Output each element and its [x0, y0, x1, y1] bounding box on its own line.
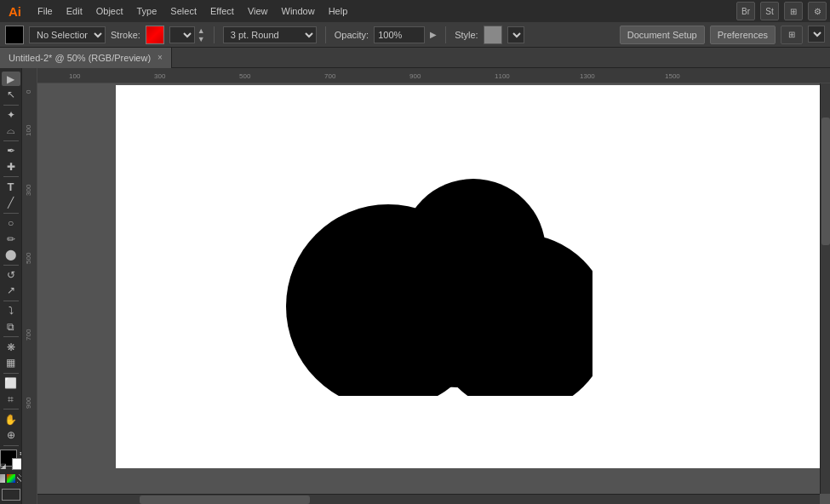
- pen-tool[interactable]: ✒: [2, 144, 20, 158]
- bottom-artboard-icon[interactable]: [2, 489, 20, 501]
- menu-select[interactable]: Select: [164, 4, 203, 18]
- menu-type[interactable]: Type: [131, 4, 163, 18]
- direct-selection-tool[interactable]: ↖: [2, 87, 20, 101]
- scrollbar-thumb-h[interactable]: [140, 495, 310, 504]
- fill-color-swatch[interactable]: [5, 26, 24, 44]
- zoom-tool[interactable]: ⊕: [2, 427, 20, 442]
- tab-title: Untitled-2* @ 50% (RGB/Preview): [9, 53, 151, 63]
- ellipse-tool[interactable]: ○: [2, 216, 20, 231]
- tab-close-button[interactable]: ×: [157, 53, 163, 62]
- svg-rect-0: [22, 68, 830, 83]
- style-select[interactable]: [507, 26, 524, 43]
- scrollbar-thumb-v[interactable]: [821, 117, 830, 245]
- divider-1: [214, 26, 215, 43]
- style-swatch[interactable]: [484, 26, 502, 44]
- rotate-tool[interactable]: ↺: [2, 267, 20, 282]
- divider-2: [325, 26, 326, 43]
- gradient-icon[interactable]: [7, 474, 15, 483]
- svg-text:900: 900: [409, 72, 421, 80]
- divider-3: [445, 26, 446, 43]
- canvas-area: 0 100 300 500 700 900 1100 1300 1500 0 1…: [22, 68, 830, 504]
- paintbrush-tool[interactable]: ✏: [2, 232, 20, 246]
- sync-icon-btn[interactable]: ⚙: [808, 2, 827, 20]
- tool-divider-7: [3, 336, 19, 337]
- svg-text:300: 300: [25, 184, 32, 196]
- type-tool[interactable]: T: [2, 180, 20, 194]
- ruler-left: 0 100 300 500 700 900: [22, 68, 37, 504]
- menu-edit[interactable]: Edit: [60, 4, 89, 18]
- selection-tool[interactable]: ▶: [2, 72, 20, 86]
- svg-text:500: 500: [239, 72, 251, 80]
- action-buttons: Document Setup Preferences ⊞: [620, 26, 825, 44]
- add-anchor-tool[interactable]: ✚: [2, 159, 20, 174]
- tool-divider-2: [3, 140, 19, 141]
- background-color[interactable]: [12, 458, 22, 470]
- color-swatches: ⇄ ◪: [0, 450, 22, 470]
- lasso-tool[interactable]: ⌓: [2, 123, 20, 138]
- warp-tool[interactable]: ⤵: [2, 304, 20, 318]
- tool-divider-6: [3, 301, 19, 301]
- menu-object[interactable]: Object: [90, 4, 129, 18]
- preferences-button[interactable]: Preferences: [710, 26, 776, 44]
- svg-text:100: 100: [25, 124, 32, 136]
- bridge-icon-btn[interactable]: Br: [736, 2, 755, 20]
- tool-divider-9: [3, 409, 19, 410]
- artboard-frame-icon[interactable]: [2, 489, 20, 501]
- style-label: Style:: [455, 30, 478, 40]
- symbol-sprayer-tool[interactable]: ❋: [2, 340, 20, 354]
- selection-dropdown[interactable]: No Selection: [29, 26, 106, 43]
- top-right-icons: Br St ⊞ ⚙: [736, 2, 827, 20]
- menu-window[interactable]: Window: [276, 4, 321, 18]
- magic-wand-tool[interactable]: ✦: [2, 107, 20, 122]
- hand-tool[interactable]: ✋: [2, 412, 20, 427]
- menu-file[interactable]: File: [31, 4, 59, 18]
- blob-brush-tool[interactable]: ⬤: [2, 247, 20, 261]
- solid-color-icon[interactable]: [0, 474, 5, 483]
- workspace-icon-btn[interactable]: ⊞: [784, 2, 803, 20]
- slice-tool[interactable]: ⌗: [2, 392, 20, 406]
- tool-divider-1: [3, 105, 19, 106]
- line-tool[interactable]: ╱: [2, 196, 20, 210]
- stroke-label: Stroke:: [111, 30, 140, 40]
- svg-text:700: 700: [324, 72, 336, 80]
- stroke-spinner[interactable]: ▲▼: [197, 26, 205, 43]
- opacity-input[interactable]: [374, 26, 425, 43]
- menu-effect[interactable]: Effect: [204, 4, 240, 18]
- svg-text:1500: 1500: [665, 72, 680, 80]
- svg-text:500: 500: [25, 252, 32, 264]
- blob-artwork: [278, 166, 592, 396]
- menu-help[interactable]: Help: [323, 4, 354, 18]
- svg-text:300: 300: [154, 72, 166, 80]
- tab-bar: Untitled-2* @ 50% (RGB/Preview) ×: [0, 48, 830, 68]
- ruler-top: 0 100 300 500 700 900 1100 1300 1500: [22, 68, 830, 83]
- opacity-expand-icon[interactable]: ▶: [430, 30, 437, 39]
- stroke-color-swatch[interactable]: [146, 26, 164, 44]
- stock-icon-btn[interactable]: St: [760, 2, 779, 20]
- svg-text:700: 700: [25, 329, 32, 341]
- arrange-select[interactable]: [808, 26, 825, 43]
- canvas-container: [116, 85, 830, 468]
- svg-point-22: [371, 234, 541, 387]
- scale-tool[interactable]: ↗: [2, 284, 20, 298]
- column-graph-tool[interactable]: ▦: [2, 355, 20, 369]
- svg-text:1100: 1100: [495, 72, 510, 80]
- brush-size-select[interactable]: 3 pt. Round: [223, 26, 317, 43]
- artboard-tool[interactable]: ⬜: [2, 376, 20, 391]
- document-setup-button[interactable]: Document Setup: [620, 26, 705, 44]
- default-colors-icon[interactable]: ◪: [0, 462, 7, 470]
- left-toolbar: ▶ ↖ ✦ ⌓ ✒ ✚ T ╱ ○ ✏ ⬤ ↺ ↗ ⤵ ⧉ ❋ ▦ ⬜ ⌗ ✋ …: [0, 68, 22, 504]
- svg-text:1300: 1300: [580, 72, 595, 80]
- free-transform-tool[interactable]: ⧉: [2, 319, 20, 334]
- arrange-icon-btn[interactable]: ⊞: [781, 26, 803, 44]
- horizontal-scrollbar[interactable]: [37, 494, 820, 504]
- tool-divider-5: [3, 265, 19, 266]
- color-mode-icons: [0, 472, 22, 484]
- stroke-weight-select[interactable]: —: [169, 26, 195, 43]
- main-layout: ▶ ↖ ✦ ⌓ ✒ ✚ T ╱ ○ ✏ ⬤ ↺ ↗ ⤵ ⧉ ❋ ▦ ⬜ ⌗ ✋ …: [0, 68, 830, 504]
- svg-text:900: 900: [25, 397, 32, 409]
- menu-bar: Ai File Edit Object Type Select Effect V…: [0, 0, 830, 22]
- svg-text:0: 0: [25, 89, 32, 94]
- menu-view[interactable]: View: [242, 4, 274, 18]
- vertical-scrollbar[interactable]: [820, 83, 830, 494]
- document-tab[interactable]: Untitled-2* @ 50% (RGB/Preview) ×: [0, 48, 172, 68]
